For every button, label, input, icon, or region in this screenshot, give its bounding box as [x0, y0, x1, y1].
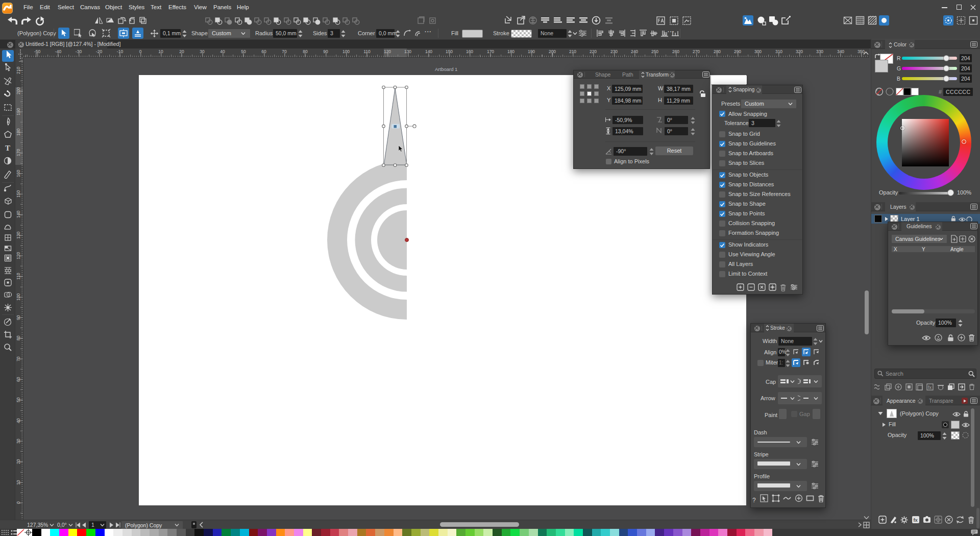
svg-text:fx: fx: [913, 517, 918, 523]
svg-text:T: T: [5, 144, 10, 152]
svg-text:fx: fx: [928, 385, 932, 390]
